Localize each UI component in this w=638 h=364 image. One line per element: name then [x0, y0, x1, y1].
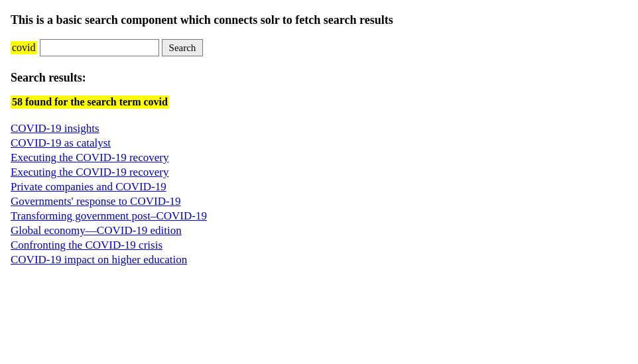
list-item: Private companies and COVID-19 — [11, 180, 627, 194]
list-item: Global economy—COVID-19 edition — [11, 224, 627, 237]
results-count: 58 found for the search term covid — [11, 95, 169, 109]
result-link[interactable]: Transforming government post–COVID-19 — [11, 210, 207, 222]
list-item: Transforming government post–COVID-19 — [11, 210, 627, 223]
list-item: COVID-19 as catalyst — [11, 137, 627, 150]
search-results-label: Search results: — [11, 71, 627, 85]
result-link[interactable]: Executing the COVID-19 recovery — [11, 166, 168, 178]
search-input[interactable] — [40, 39, 159, 56]
result-link[interactable]: Private companies and COVID-19 — [11, 180, 166, 193]
result-link[interactable]: COVID-19 as catalyst — [11, 137, 111, 149]
search-term-highlight: covid — [11, 41, 37, 54]
results-list: COVID-19 insights COVID-19 as catalyst E… — [11, 122, 627, 267]
result-link[interactable]: COVID-19 impact on higher education — [11, 253, 187, 266]
result-link[interactable]: Executing the COVID-19 recovery — [11, 151, 168, 164]
list-item: Governments' response to COVID-19 — [11, 195, 627, 208]
list-item: Executing the COVID-19 recovery — [11, 151, 627, 164]
result-link[interactable]: COVID-19 insights — [11, 122, 99, 135]
result-link[interactable]: Confronting the COVID-19 crisis — [11, 239, 162, 251]
results-count-container: 58 found for the search term covid — [11, 95, 627, 122]
list-item: COVID-19 impact on higher education — [11, 253, 627, 267]
page-description: This is a basic search component which c… — [11, 13, 627, 27]
list-item: COVID-19 insights — [11, 122, 627, 135]
list-item: Confronting the COVID-19 crisis — [11, 239, 627, 252]
search-button[interactable]: Search — [162, 39, 204, 56]
search-bar: covid Search — [11, 39, 627, 56]
list-item: Executing the COVID-19 recovery — [11, 166, 627, 179]
result-link[interactable]: Global economy—COVID-19 edition — [11, 224, 182, 237]
result-link[interactable]: Governments' response to COVID-19 — [11, 195, 181, 208]
